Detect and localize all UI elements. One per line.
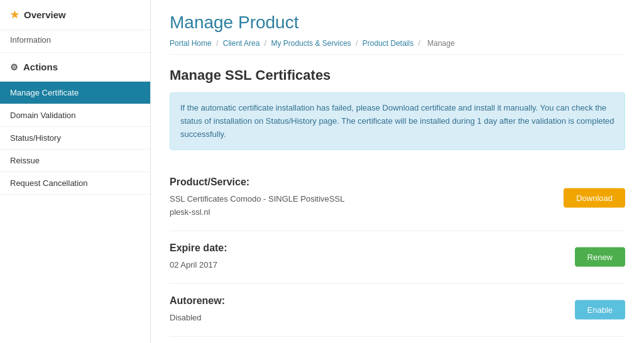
sidebar-item-reissue[interactable]: Reissue: [0, 150, 150, 172]
enable-button[interactable]: Enable: [575, 300, 625, 320]
breadcrumb-client-area[interactable]: Client Area: [223, 39, 260, 48]
sidebar-item-status-history[interactable]: Status/History: [0, 127, 150, 150]
overview-section[interactable]: ★ Overview: [0, 0, 150, 30]
sidebar: ★ Overview Information ⚙ Actions Manage …: [0, 0, 151, 343]
expire-date-value: 02 April 2017: [170, 259, 625, 272]
breadcrumb-my-products[interactable]: My Products & Services: [271, 39, 351, 48]
main-content: Manage Product Portal Home / Client Area…: [151, 0, 644, 343]
breadcrumb-sep-2: /: [265, 39, 269, 48]
breadcrumb-current: Manage: [427, 39, 454, 48]
product-service-line2: plesk-ssl.nl: [170, 206, 625, 219]
info-box: If the automatic certificate installatio…: [170, 92, 625, 150]
download-button[interactable]: Download: [564, 188, 625, 208]
breadcrumb: Portal Home / Client Area / My Products …: [170, 39, 625, 55]
star-icon: ★: [10, 9, 19, 21]
product-service-label: Product/Service:: [170, 177, 625, 188]
expire-date-label: Expire date:: [170, 242, 625, 254]
expire-date-section: Expire date: 02 April 2017 Renew: [170, 231, 625, 284]
autorenew-section: Autorenew: Disabled Enable: [170, 284, 625, 337]
section-title: Manage SSL Certificates: [170, 67, 625, 84]
breadcrumb-product-details[interactable]: Product Details: [363, 39, 413, 48]
breadcrumb-sep-1: /: [216, 39, 221, 48]
page-title: Manage Product: [170, 13, 625, 33]
overview-label: Overview: [24, 9, 66, 20]
breadcrumb-portal-home[interactable]: Portal Home: [170, 39, 212, 48]
sidebar-item-request-cancellation[interactable]: Request Cancellation: [0, 172, 150, 195]
renew-button[interactable]: Renew: [575, 248, 625, 267]
actions-label: Actions: [23, 62, 58, 72]
sidebar-info: Information: [0, 30, 150, 53]
product-service-section: Product/Service: SSL Certificates Comodo…: [170, 165, 625, 231]
breadcrumb-sep-4: /: [418, 39, 423, 48]
wrench-icon: ⚙: [10, 62, 18, 72]
product-service-line1: SSL Certificates Comodo - SINGLE Positiv…: [170, 193, 625, 206]
sidebar-item-manage-certificate[interactable]: Manage Certificate: [0, 82, 150, 104]
sidebar-item-domain-validation[interactable]: Domain Validation: [0, 104, 150, 127]
autorenew-value: Disabled: [170, 312, 625, 325]
actions-header: ⚙ Actions: [0, 53, 150, 82]
breadcrumb-sep-3: /: [356, 39, 360, 48]
autorenew-label: Autorenew:: [170, 295, 625, 307]
